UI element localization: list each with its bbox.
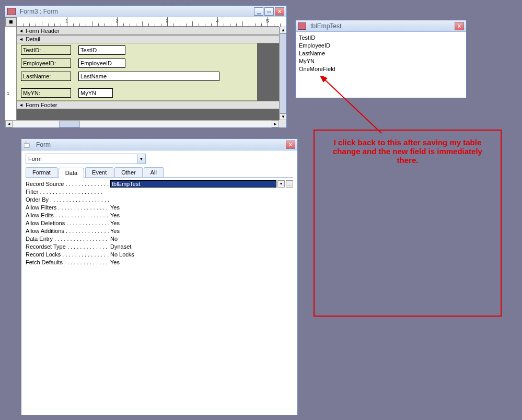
object-selector-combo[interactable]: Form ▼ <box>26 154 146 164</box>
properties-titlebar[interactable]: Form X <box>21 139 297 150</box>
property-row[interactable]: Fetch Defaults . . . . . . . . . . . . .… <box>26 258 293 266</box>
property-row[interactable]: Allow Deletions . . . . . . . . . . . . … <box>26 219 293 227</box>
property-name: Data Entry <box>26 236 53 242</box>
property-name: Order By <box>26 196 49 203</box>
scrollbar-vertical[interactable]: ▲ ▼ <box>279 27 286 120</box>
form-select-all[interactable] <box>5 17 17 27</box>
property-name: Recordset Type <box>26 243 66 250</box>
properties-title: Form <box>34 141 286 148</box>
scroll-left-button[interactable]: ◄ <box>5 121 13 127</box>
field-label[interactable]: LastName: <box>21 72 71 81</box>
scroll-thumb[interactable] <box>59 121 80 127</box>
annotation-text: I click back to this after saving my tab… <box>333 138 482 165</box>
scroll-up-button[interactable]: ▲ <box>280 27 286 33</box>
property-row[interactable]: Record Source . . . . . . . . . . . . . … <box>26 180 293 188</box>
maximize-button[interactable]: ▭ <box>264 7 274 16</box>
field-list-titlebar[interactable]: tblEmpTest X <box>296 20 466 32</box>
property-name: Allow Edits <box>26 212 54 218</box>
section-footer-label: Form Footer <box>26 102 57 108</box>
minimize-button[interactable]: ▁ <box>254 7 263 16</box>
property-name: Record Source <box>26 181 64 187</box>
scrollbar-horizontal[interactable]: ◄ ► <box>5 120 279 127</box>
field-label[interactable]: TestID: <box>21 45 71 55</box>
field-textbox[interactable]: LastName <box>78 72 219 81</box>
scroll-thumb[interactable] <box>280 33 286 113</box>
tab-format[interactable]: Format <box>26 167 57 177</box>
tab-event[interactable]: Event <box>85 167 113 177</box>
properties-window: Form X Form ▼ FormatDataEventOtherAll Re… <box>21 138 298 415</box>
close-button[interactable]: X <box>286 141 295 149</box>
property-value[interactable]: Yes <box>110 204 120 211</box>
dropdown-icon[interactable]: ▼ <box>277 180 285 188</box>
form-design-surface[interactable]: ◄ Form Header ◄ Detail TestID:TestIDEmpl… <box>17 27 279 120</box>
annotation-callout: I click back to this after saving my tab… <box>314 130 502 317</box>
property-value[interactable]: Yes <box>110 212 120 218</box>
field-label[interactable]: EmployeeID: <box>21 59 71 68</box>
section-header-label: Form Header <box>26 28 60 34</box>
property-name: Filter <box>26 189 38 195</box>
section-bar-footer[interactable]: ◄ Form Footer <box>17 101 279 109</box>
scroll-down-button[interactable]: ▼ <box>280 113 286 120</box>
field-label[interactable]: MyYN: <box>21 88 71 98</box>
section-arrow-icon: ◄ <box>19 37 24 42</box>
ruler-horizontal[interactable]: 12345 <box>17 17 279 27</box>
property-value[interactable]: No Locks <box>110 251 134 258</box>
property-value[interactable]: Yes <box>110 259 120 265</box>
scroll-track[interactable] <box>280 33 286 113</box>
builder-button[interactable]: … <box>286 180 293 188</box>
close-button[interactable]: X <box>455 22 464 30</box>
property-row[interactable]: Filter . . . . . . . . . . . . . . . . .… <box>26 188 293 195</box>
design-gray-area <box>257 43 279 101</box>
field-list-window: tblEmpTest X TestIDEmployeeIDLastNameMyY… <box>295 20 467 98</box>
property-name: Allow Filters <box>26 204 56 211</box>
property-value[interactable]: tblEmpTest <box>110 180 276 188</box>
table-icon <box>298 22 306 30</box>
form-designer-titlebar[interactable]: Form3 : Form ▁ ▭ X <box>5 6 286 17</box>
property-value[interactable]: Yes <box>110 220 120 226</box>
object-selector-value: Form <box>26 156 137 162</box>
property-value[interactable]: Dynaset <box>110 243 131 250</box>
properties-icon <box>24 141 32 148</box>
form-icon <box>7 8 16 15</box>
field-textbox[interactable]: EmployeeID <box>78 59 125 68</box>
section-arrow-icon: ◄ <box>19 102 24 108</box>
svg-rect-0 <box>24 144 29 147</box>
property-row[interactable]: Allow Edits . . . . . . . . . . . . . . … <box>26 211 293 219</box>
field-list-item[interactable]: OneMoreField <box>298 65 464 73</box>
field-list-item[interactable]: EmployeeID <box>298 42 464 50</box>
scroll-track[interactable] <box>13 121 272 127</box>
property-row[interactable]: Allow Filters . . . . . . . . . . . . . … <box>26 203 293 211</box>
close-button[interactable]: X <box>275 7 284 16</box>
tab-all[interactable]: All <box>144 167 164 177</box>
property-name: Fetch Defaults <box>26 259 63 265</box>
detail-section-body[interactable]: TestID:TestIDEmployeeID:EmployeeIDLastNa… <box>17 43 257 101</box>
dropdown-icon[interactable]: ▼ <box>137 154 145 164</box>
section-bar-detail[interactable]: ◄ Detail <box>17 35 279 43</box>
field-list-item[interactable]: LastName <box>298 50 464 57</box>
field-textbox[interactable]: TestID <box>78 45 125 55</box>
property-row[interactable]: Recordset Type . . . . . . . . . . . . .… <box>26 242 293 250</box>
form-designer-window: Form3 : Form ▁ ▭ X 12345 1 ◄ Form Header… <box>5 5 287 128</box>
properties-tabs: FormatDataEventOtherAll <box>26 167 293 178</box>
property-value[interactable]: No <box>110 236 118 242</box>
property-name: Allow Deletions <box>26 220 65 226</box>
property-value[interactable]: Yes <box>110 228 120 234</box>
property-row[interactable]: Allow Additions . . . . . . . . . . . . … <box>26 227 293 235</box>
tab-other[interactable]: Other <box>114 167 143 177</box>
property-name: Allow Additions <box>26 228 64 234</box>
field-list-body[interactable]: TestIDEmployeeIDLastNameMyYNOneMoreField <box>296 32 466 98</box>
field-textbox[interactable]: MyYN <box>78 88 113 98</box>
ruler-vertical[interactable]: 1 <box>5 27 17 120</box>
form-field-row: TestID:TestID <box>21 45 125 55</box>
section-detail-label: Detail <box>26 36 40 42</box>
property-row[interactable]: Record Locks . . . . . . . . . . . . . .… <box>26 250 293 258</box>
property-row[interactable]: Data Entry . . . . . . . . . . . . . . .… <box>26 235 293 242</box>
scroll-corner <box>279 120 286 127</box>
property-row[interactable]: Order By . . . . . . . . . . . . . . . .… <box>26 195 293 203</box>
field-list-item[interactable]: TestID <box>298 34 464 42</box>
form-designer-title: Form3 : Form <box>18 8 254 15</box>
scroll-right-button[interactable]: ► <box>272 121 279 127</box>
section-bar-header[interactable]: ◄ Form Header <box>17 27 279 35</box>
field-list-item[interactable]: MyYN <box>298 57 464 65</box>
tab-data[interactable]: Data <box>59 168 84 178</box>
